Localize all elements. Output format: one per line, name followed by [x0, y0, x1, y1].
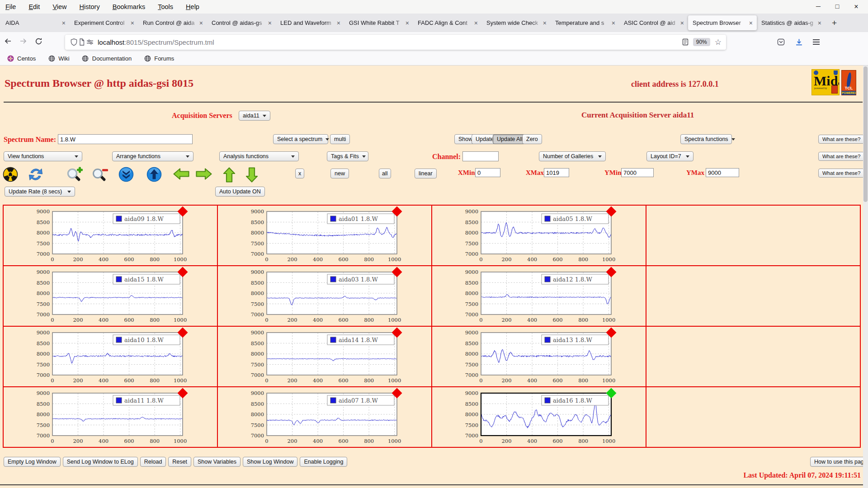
tab-close-icon[interactable]: ×: [404, 19, 410, 27]
spectrum-cell-aida05[interactable]: 9000850080007500700002004006008001000aid…: [432, 206, 646, 266]
url-text[interactable]: localhost:8015/Spectrum/Spectrum.tml: [98, 38, 214, 46]
app-menu-icon[interactable]: [813, 39, 820, 45]
zoom-in-icon[interactable]: [66, 167, 83, 185]
spectrum-cell-aida15[interactable]: 9000850080007500700002004006008001000aid…: [4, 266, 218, 327]
tab-close-icon[interactable]: ×: [473, 19, 479, 27]
tab-close-icon[interactable]: ×: [267, 19, 273, 27]
spectrum-plot-aida05[interactable]: 9000850080007500700002004006008001000aid…: [457, 206, 649, 266]
spectrum-cell-aida03[interactable]: 9000850080007500700002004006008001000aid…: [218, 266, 432, 327]
new-button[interactable]: new: [330, 169, 349, 178]
spectrum-cell-aida07[interactable]: 9000850080007500700002004006008001000aid…: [218, 387, 432, 448]
tab-statistics-aidas-g[interactable]: Statistics @ aidas-g×: [757, 15, 826, 30]
shield-icon[interactable]: [70, 38, 78, 46]
tab-temperature-and-s[interactable]: Temperature and s×: [551, 15, 619, 30]
acquisition-server-select[interactable]: aida11: [239, 111, 270, 121]
reload-button[interactable]: Reload: [140, 457, 166, 467]
back-button[interactable]: [0, 38, 15, 47]
arrow-down-icon[interactable]: [245, 167, 259, 185]
bookmark-centos[interactable]: Centos: [6, 55, 36, 63]
spectrum-cell-aida01[interactable]: 9000850080007500700002004006008001000aid…: [218, 206, 432, 266]
tab-close-icon[interactable]: ×: [198, 19, 204, 27]
spectrum-plot-aida12[interactable]: 9000850080007500700002004006008001000aid…: [457, 267, 649, 326]
expand-y-icon[interactable]: [146, 167, 162, 184]
linear-button[interactable]: linear: [415, 169, 437, 178]
how-to-use-button[interactable]: How to use this page: [810, 457, 868, 467]
tab-led-and-waveform[interactable]: LED and Waveform×: [276, 15, 344, 30]
scrollbar-thumb[interactable]: [863, 66, 868, 202]
bookmark-documentation[interactable]: Documentation: [81, 55, 132, 63]
what-are-these-button-1[interactable]: What are these?: [818, 135, 864, 144]
tab-spectrum-browser[interactable]: Spectrum Browser×: [688, 15, 757, 30]
menu-file[interactable]: File: [5, 3, 16, 10]
spectrum-plot-aida09[interactable]: 9000850080007500700002004006008001000aid…: [28, 206, 220, 266]
tab-run-control-aida[interactable]: Run Control @ aida×: [138, 15, 207, 30]
tab-close-icon[interactable]: ×: [542, 19, 548, 27]
bookmark-wiki[interactable]: Wiki: [47, 55, 70, 63]
spectrum-cell-aida11[interactable]: 9000850080007500700002004006008001000aid…: [4, 387, 218, 448]
spectrum-plot-aida14[interactable]: 9000850080007500700002004006008001000aid…: [242, 327, 434, 387]
menu-bookmarks[interactable]: Bookmarks: [113, 3, 146, 10]
select-spectrum-select[interactable]: Select a spectrum: [273, 134, 328, 144]
forward-button[interactable]: [15, 38, 31, 47]
download-icon[interactable]: [795, 38, 803, 46]
tab-system-wide-check[interactable]: System wide Check×: [482, 15, 551, 30]
permissions-tune-icon[interactable]: [86, 38, 94, 46]
x-axis-button[interactable]: x: [295, 169, 304, 178]
tab-close-icon[interactable]: ×: [816, 19, 823, 27]
xmax-input[interactable]: [544, 168, 569, 177]
tab-close-icon[interactable]: ×: [61, 19, 67, 27]
arrange-functions-select[interactable]: Arrange functions: [112, 151, 193, 161]
spectrum-plot-aida16[interactable]: 9000850080007500700002004006008001000aid…: [457, 388, 649, 447]
tab-control-aidas-gs[interactable]: Control @ aidas-gs×: [207, 15, 276, 30]
spectra-functions-select[interactable]: Spectra functions: [680, 134, 732, 144]
spectrum-plot-aida11[interactable]: 9000850080007500700002004006008001000aid…: [28, 388, 220, 447]
bookmark-forums[interactable]: Forums: [143, 55, 174, 63]
ymin-input[interactable]: [621, 168, 654, 177]
enable-logging-button[interactable]: Enable Logging: [300, 457, 347, 467]
tab-close-icon[interactable]: ×: [679, 19, 685, 27]
zero-button[interactable]: Zero: [522, 134, 542, 144]
spectrum-plot-aida03[interactable]: 9000850080007500700002004006008001000aid…: [242, 267, 434, 326]
galleries-select[interactable]: Number of Galleries: [539, 151, 606, 161]
layout-id-select[interactable]: Layout ID=7: [646, 151, 693, 161]
xmin-input[interactable]: [475, 168, 500, 177]
menu-edit[interactable]: Edit: [28, 3, 40, 10]
view-functions-select[interactable]: View functions: [4, 151, 82, 161]
multi-button[interactable]: multi: [330, 134, 350, 144]
tab-close-icon[interactable]: ×: [748, 19, 754, 27]
zoom-out-icon[interactable]: [91, 167, 108, 185]
spectrum-plot-aida07[interactable]: 9000850080007500700002004006008001000aid…: [242, 388, 434, 447]
url-bar[interactable]: localhost:8015/Spectrum/Spectrum.tml 90%…: [65, 35, 726, 50]
maximize-button[interactable]: □: [834, 3, 841, 11]
spectrum-plot-aida01[interactable]: 9000850080007500700002004006008001000aid…: [242, 206, 434, 266]
radiation-icon[interactable]: [3, 167, 18, 184]
send-log-window-to-elog-button[interactable]: Send Log Window to ELog: [63, 457, 138, 467]
show-variables-button[interactable]: Show Variables: [193, 457, 241, 467]
zoom-level-badge[interactable]: 90%: [693, 38, 710, 46]
tab-close-icon[interactable]: ×: [335, 19, 342, 27]
spectrum-cell-aida16[interactable]: 9000850080007500700002004006008001000aid…: [432, 387, 646, 448]
spectrum-plot-aida15[interactable]: 9000850080007500700002004006008001000aid…: [28, 267, 220, 326]
empty-log-window-button[interactable]: Empty Log Window: [4, 457, 61, 467]
what-are-these-button-2[interactable]: What are these?: [818, 152, 864, 161]
spectrum-name-input[interactable]: [58, 134, 193, 144]
minimize-button[interactable]: ─: [815, 3, 822, 11]
auto-update-button[interactable]: Auto Update ON: [215, 187, 265, 197]
bookmark-star-icon[interactable]: ☆: [715, 38, 722, 47]
refresh-icon[interactable]: [28, 167, 43, 184]
show-log-window-button[interactable]: Show Log Window: [243, 457, 298, 467]
spectrum-cell-aida12[interactable]: 9000850080007500700002004006008001000aid…: [432, 266, 646, 327]
tab-aida[interactable]: AIDA×: [1, 15, 70, 30]
tab-asic-control-aid[interactable]: ASIC Control @ aid×: [619, 15, 688, 30]
menu-help[interactable]: Help: [186, 3, 199, 10]
tab-experiment-control[interactable]: Experiment Control×: [70, 15, 138, 30]
update-all-button[interactable]: Update All: [493, 134, 527, 144]
spectrum-plot-aida10[interactable]: 9000850080007500700002004006008001000aid…: [28, 327, 220, 387]
update-rate-select[interactable]: Update Rate (8 secs): [5, 187, 75, 197]
pocket-icon[interactable]: [777, 38, 785, 46]
channel-input[interactable]: [462, 151, 499, 161]
arrow-up-icon[interactable]: [222, 167, 236, 185]
analysis-functions-select[interactable]: Analysis functions: [219, 151, 299, 161]
tab-fadc-align-cont[interactable]: FADC Align & Cont×: [413, 15, 482, 30]
close-button[interactable]: ×: [853, 3, 860, 11]
